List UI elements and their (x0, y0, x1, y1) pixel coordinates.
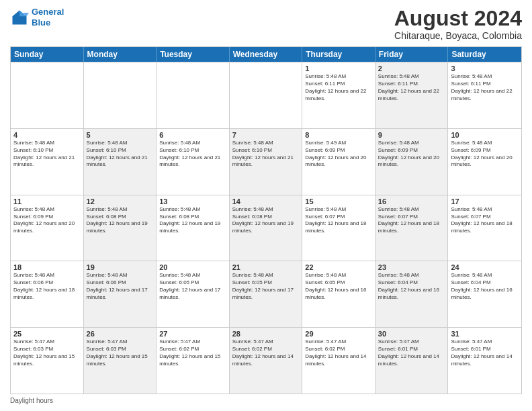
cal-header-day-thursday: Thursday (302, 47, 375, 62)
footer-note: Daylight hours (10, 397, 522, 404)
day-info: Sunrise: 5:48 AM Sunset: 6:05 PM Dayligh… (159, 272, 226, 301)
day-info: Sunrise: 5:47 AM Sunset: 6:03 PM Dayligh… (87, 338, 154, 367)
day-info: Sunrise: 5:48 AM Sunset: 6:11 PM Dayligh… (305, 73, 372, 102)
cal-week-1: 1Sunrise: 5:48 AM Sunset: 6:11 PM Daylig… (11, 62, 521, 128)
day-info: Sunrise: 5:47 AM Sunset: 6:01 PM Dayligh… (451, 338, 519, 367)
cal-header-day-sunday: Sunday (11, 47, 84, 62)
day-number: 18 (13, 263, 81, 271)
day-info: Sunrise: 5:47 AM Sunset: 6:02 PM Dayligh… (159, 338, 226, 367)
day-info: Sunrise: 5:48 AM Sunset: 6:07 PM Dayligh… (378, 206, 445, 235)
day-info: Sunrise: 5:49 AM Sunset: 6:09 PM Dayligh… (305, 140, 372, 169)
cal-cell-7: 7Sunrise: 5:48 AM Sunset: 6:10 PM Daylig… (230, 129, 303, 195)
cal-week-5: 25Sunrise: 5:47 AM Sunset: 6:03 PM Dayli… (11, 327, 521, 394)
cal-cell-21: 21Sunrise: 5:48 AM Sunset: 6:05 PM Dayli… (230, 261, 303, 327)
day-number: 7 (232, 131, 300, 139)
cal-cell-10: 10Sunrise: 5:48 AM Sunset: 6:09 PM Dayli… (448, 129, 521, 195)
day-number: 13 (159, 197, 226, 205)
cal-week-4: 18Sunrise: 5:48 AM Sunset: 6:06 PM Dayli… (11, 261, 521, 327)
footer-note-text: Daylight hours (10, 397, 53, 404)
day-number: 4 (13, 131, 81, 139)
cal-header-day-saturday: Saturday (448, 47, 521, 62)
day-number: 26 (87, 330, 154, 338)
cal-cell-1: 1Sunrise: 5:48 AM Sunset: 6:11 PM Daylig… (302, 62, 375, 128)
main-title: August 2024 (394, 7, 522, 30)
cal-cell-26: 26Sunrise: 5:47 AM Sunset: 6:03 PM Dayli… (84, 328, 157, 394)
cal-cell-19: 19Sunrise: 5:48 AM Sunset: 6:06 PM Dayli… (84, 261, 157, 327)
title-block: August 2024 Chitaraque, Boyaca, Colombia (394, 7, 522, 41)
day-number: 29 (305, 330, 372, 338)
cal-header-day-friday: Friday (375, 47, 449, 62)
day-number: 24 (451, 263, 519, 271)
day-number: 27 (159, 330, 226, 338)
day-info: Sunrise: 5:48 AM Sunset: 6:11 PM Dayligh… (378, 73, 445, 102)
day-number: 10 (451, 131, 519, 139)
logo-text: General Blue (32, 7, 64, 28)
cal-cell-empty-3 (230, 62, 303, 128)
cal-cell-5: 5Sunrise: 5:48 AM Sunset: 6:10 PM Daylig… (84, 129, 157, 195)
cal-cell-12: 12Sunrise: 5:48 AM Sunset: 6:08 PM Dayli… (84, 195, 157, 261)
cal-cell-empty-1 (84, 62, 157, 128)
cal-cell-30: 30Sunrise: 5:47 AM Sunset: 6:01 PM Dayli… (375, 328, 449, 394)
subtitle: Chitaraque, Boyaca, Colombia (394, 30, 522, 41)
cal-cell-24: 24Sunrise: 5:48 AM Sunset: 6:04 PM Dayli… (448, 261, 521, 327)
cal-cell-22: 22Sunrise: 5:48 AM Sunset: 6:05 PM Dayli… (302, 261, 375, 327)
cal-cell-18: 18Sunrise: 5:48 AM Sunset: 6:06 PM Dayli… (11, 261, 84, 327)
day-number: 25 (13, 330, 81, 338)
cal-cell-empty-0 (11, 62, 84, 128)
cal-week-3: 11Sunrise: 5:48 AM Sunset: 6:09 PM Dayli… (11, 195, 521, 261)
day-info: Sunrise: 5:48 AM Sunset: 6:04 PM Dayligh… (451, 272, 519, 301)
day-number: 17 (451, 197, 519, 205)
day-info: Sunrise: 5:47 AM Sunset: 6:03 PM Dayligh… (13, 338, 81, 367)
day-number: 22 (305, 263, 372, 271)
day-number: 2 (378, 64, 445, 73)
calendar: SundayMondayTuesdayWednesdayThursdayFrid… (10, 46, 522, 394)
cal-cell-23: 23Sunrise: 5:48 AM Sunset: 6:04 PM Dayli… (375, 261, 449, 327)
day-info: Sunrise: 5:48 AM Sunset: 6:06 PM Dayligh… (87, 272, 154, 301)
cal-cell-3: 3Sunrise: 5:48 AM Sunset: 6:11 PM Daylig… (448, 62, 521, 128)
header: General Blue August 2024 Chitaraque, Boy… (10, 7, 522, 41)
cal-cell-13: 13Sunrise: 5:48 AM Sunset: 6:08 PM Dayli… (157, 195, 230, 261)
page: General Blue August 2024 Chitaraque, Boy… (0, 0, 532, 411)
day-info: Sunrise: 5:48 AM Sunset: 6:07 PM Dayligh… (451, 206, 519, 235)
day-info: Sunrise: 5:48 AM Sunset: 6:04 PM Dayligh… (378, 272, 445, 301)
day-number: 9 (378, 131, 445, 139)
day-number: 31 (451, 330, 519, 338)
day-number: 19 (87, 263, 154, 271)
day-number: 20 (159, 263, 226, 271)
cal-cell-4: 4Sunrise: 5:48 AM Sunset: 6:10 PM Daylig… (11, 129, 84, 195)
day-info: Sunrise: 5:48 AM Sunset: 6:10 PM Dayligh… (13, 140, 81, 169)
day-number: 11 (13, 197, 81, 205)
cal-week-2: 4Sunrise: 5:48 AM Sunset: 6:10 PM Daylig… (11, 128, 521, 195)
cal-header-day-monday: Monday (84, 47, 157, 62)
day-info: Sunrise: 5:48 AM Sunset: 6:05 PM Dayligh… (305, 272, 372, 301)
day-info: Sunrise: 5:48 AM Sunset: 6:09 PM Dayligh… (378, 140, 445, 169)
day-number: 28 (232, 330, 300, 338)
cal-cell-9: 9Sunrise: 5:48 AM Sunset: 6:09 PM Daylig… (375, 129, 449, 195)
cal-header-day-wednesday: Wednesday (230, 47, 303, 62)
cal-cell-2: 2Sunrise: 5:48 AM Sunset: 6:11 PM Daylig… (375, 62, 449, 128)
day-number: 6 (159, 131, 226, 139)
day-number: 15 (305, 197, 372, 205)
calendar-body: 1Sunrise: 5:48 AM Sunset: 6:11 PM Daylig… (11, 62, 521, 394)
day-info: Sunrise: 5:48 AM Sunset: 6:08 PM Dayligh… (159, 206, 226, 235)
day-number: 5 (87, 131, 154, 139)
logo-line2: Blue (32, 17, 50, 28)
day-info: Sunrise: 5:47 AM Sunset: 6:01 PM Dayligh… (378, 338, 445, 367)
day-number: 30 (378, 330, 445, 338)
day-number: 14 (232, 197, 300, 205)
logo-icon (10, 8, 29, 27)
cal-cell-15: 15Sunrise: 5:48 AM Sunset: 6:07 PM Dayli… (302, 195, 375, 261)
day-number: 21 (232, 263, 300, 271)
day-number: 1 (305, 64, 372, 73)
day-info: Sunrise: 5:47 AM Sunset: 6:02 PM Dayligh… (305, 338, 372, 367)
cal-header-day-tuesday: Tuesday (157, 47, 230, 62)
calendar-header: SundayMondayTuesdayWednesdayThursdayFrid… (11, 47, 521, 62)
cal-cell-8: 8Sunrise: 5:49 AM Sunset: 6:09 PM Daylig… (302, 129, 375, 195)
day-info: Sunrise: 5:48 AM Sunset: 6:07 PM Dayligh… (305, 206, 372, 235)
day-info: Sunrise: 5:47 AM Sunset: 6:02 PM Dayligh… (232, 338, 300, 367)
day-number: 16 (378, 197, 445, 205)
day-info: Sunrise: 5:48 AM Sunset: 6:11 PM Dayligh… (451, 73, 519, 102)
cal-cell-16: 16Sunrise: 5:48 AM Sunset: 6:07 PM Dayli… (375, 195, 449, 261)
cal-cell-25: 25Sunrise: 5:47 AM Sunset: 6:03 PM Dayli… (11, 328, 84, 394)
cal-cell-11: 11Sunrise: 5:48 AM Sunset: 6:09 PM Dayli… (11, 195, 84, 261)
